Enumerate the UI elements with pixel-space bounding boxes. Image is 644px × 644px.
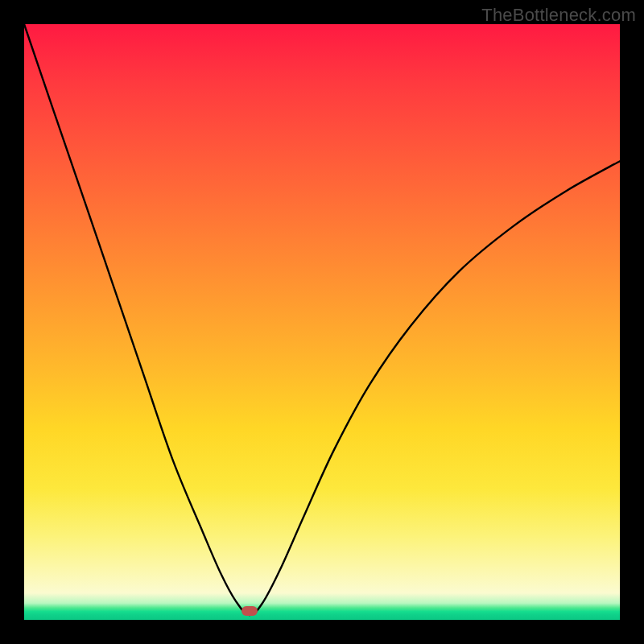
- watermark-text: TheBottleneck.com: [481, 5, 636, 26]
- bottleneck-curve: [24, 24, 620, 615]
- curve-svg: [24, 24, 620, 620]
- optimal-point-marker: [242, 606, 258, 616]
- chart-frame: TheBottleneck.com: [0, 0, 644, 644]
- plot-area: [24, 24, 620, 620]
